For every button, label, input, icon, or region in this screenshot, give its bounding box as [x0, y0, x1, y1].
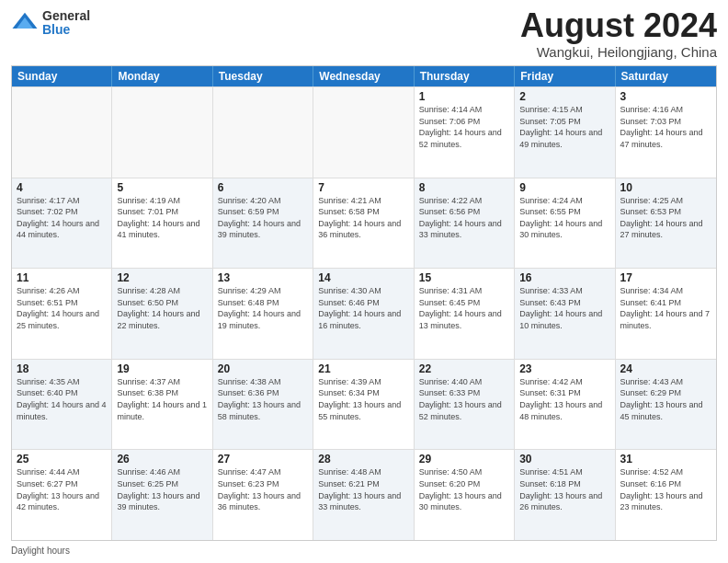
cal-cell-day-11: 11Sunrise: 4:26 AM Sunset: 6:51 PM Dayli…	[12, 269, 112, 359]
daylight-hours-label: Daylight hours	[11, 546, 70, 556]
day-number: 19	[117, 362, 207, 375]
day-info: Sunrise: 4:22 AM Sunset: 6:56 PM Dayligh…	[419, 195, 509, 241]
cal-cell-day-16: 16Sunrise: 4:33 AM Sunset: 6:43 PM Dayli…	[515, 269, 615, 359]
day-number: 5	[117, 181, 207, 194]
page: General Blue August 2024 Wangkui, Heilon…	[0, 0, 728, 563]
day-info: Sunrise: 4:34 AM Sunset: 6:41 PM Dayligh…	[620, 285, 711, 331]
header-wednesday: Wednesday	[313, 66, 414, 86]
cal-cell-day-27: 27Sunrise: 4:47 AM Sunset: 6:23 PM Dayli…	[213, 450, 313, 540]
cal-cell-day-31: 31Sunrise: 4:52 AM Sunset: 6:16 PM Dayli…	[616, 450, 716, 540]
cal-cell-day-19: 19Sunrise: 4:37 AM Sunset: 6:38 PM Dayli…	[112, 360, 212, 450]
day-info: Sunrise: 4:15 AM Sunset: 7:05 PM Dayligh…	[519, 104, 609, 150]
cal-week-3: 11Sunrise: 4:26 AM Sunset: 6:51 PM Dayli…	[12, 268, 716, 359]
cal-week-5: 25Sunrise: 4:44 AM Sunset: 6:27 PM Dayli…	[12, 449, 716, 540]
cal-cell-day-14: 14Sunrise: 4:30 AM Sunset: 6:46 PM Dayli…	[313, 269, 414, 359]
day-info: Sunrise: 4:37 AM Sunset: 6:38 PM Dayligh…	[117, 376, 207, 422]
header-sunday: Sunday	[12, 66, 112, 86]
day-info: Sunrise: 4:17 AM Sunset: 7:02 PM Dayligh…	[17, 195, 107, 241]
logo-general-text: General	[42, 9, 90, 23]
day-number: 1	[419, 90, 509, 103]
day-number: 12	[117, 271, 207, 284]
day-number: 16	[519, 271, 609, 284]
day-number: 7	[318, 181, 408, 194]
day-info: Sunrise: 4:24 AM Sunset: 6:55 PM Dayligh…	[519, 195, 609, 241]
day-info: Sunrise: 4:20 AM Sunset: 6:59 PM Dayligh…	[218, 195, 308, 241]
logo: General Blue	[11, 9, 90, 38]
day-info: Sunrise: 4:43 AM Sunset: 6:29 PM Dayligh…	[620, 376, 711, 422]
logo-icon	[11, 9, 39, 37]
day-info: Sunrise: 4:40 AM Sunset: 6:33 PM Dayligh…	[419, 376, 509, 422]
logo-text: General Blue	[42, 9, 90, 38]
day-number: 31	[620, 453, 711, 465]
cal-cell-day-17: 17Sunrise: 4:34 AM Sunset: 6:41 PM Dayli…	[616, 269, 716, 359]
day-number: 9	[519, 181, 609, 194]
day-number: 20	[218, 362, 308, 375]
day-info: Sunrise: 4:35 AM Sunset: 6:40 PM Dayligh…	[17, 376, 107, 422]
day-info: Sunrise: 4:50 AM Sunset: 6:20 PM Dayligh…	[419, 466, 509, 512]
day-info: Sunrise: 4:42 AM Sunset: 6:31 PM Dayligh…	[519, 376, 609, 422]
cal-cell-empty	[313, 87, 414, 178]
cal-cell-day-12: 12Sunrise: 4:28 AM Sunset: 6:50 PM Dayli…	[112, 269, 212, 359]
day-number: 26	[117, 453, 207, 465]
cal-cell-day-18: 18Sunrise: 4:35 AM Sunset: 6:40 PM Dayli…	[12, 360, 112, 450]
day-number: 10	[620, 181, 711, 194]
day-info: Sunrise: 4:14 AM Sunset: 7:06 PM Dayligh…	[419, 104, 509, 150]
cal-week-1: 1Sunrise: 4:14 AM Sunset: 7:06 PM Daylig…	[12, 86, 716, 178]
cal-cell-day-4: 4Sunrise: 4:17 AM Sunset: 7:02 PM Daylig…	[12, 178, 112, 269]
title-block: August 2024 Wangkui, Heilongjiang, China	[520, 9, 717, 60]
day-number: 2	[519, 90, 609, 103]
cal-cell-empty	[12, 87, 112, 178]
cal-cell-day-25: 25Sunrise: 4:44 AM Sunset: 6:27 PM Dayli…	[12, 450, 112, 540]
day-info: Sunrise: 4:21 AM Sunset: 6:58 PM Dayligh…	[318, 195, 408, 241]
cal-cell-day-23: 23Sunrise: 4:42 AM Sunset: 6:31 PM Dayli…	[515, 360, 615, 450]
day-number: 25	[17, 453, 107, 465]
day-info: Sunrise: 4:26 AM Sunset: 6:51 PM Dayligh…	[17, 285, 107, 331]
day-info: Sunrise: 4:48 AM Sunset: 6:21 PM Dayligh…	[318, 466, 408, 512]
day-number: 24	[620, 362, 711, 375]
cal-cell-day-24: 24Sunrise: 4:43 AM Sunset: 6:29 PM Dayli…	[616, 360, 716, 450]
day-info: Sunrise: 4:38 AM Sunset: 6:36 PM Dayligh…	[218, 376, 308, 422]
cal-cell-day-26: 26Sunrise: 4:46 AM Sunset: 6:25 PM Dayli…	[112, 450, 212, 540]
header-tuesday: Tuesday	[213, 66, 313, 86]
day-number: 22	[419, 362, 509, 375]
header: General Blue August 2024 Wangkui, Heilon…	[11, 9, 717, 60]
header-friday: Friday	[515, 66, 615, 86]
day-number: 18	[17, 362, 107, 375]
calendar: Sunday Monday Tuesday Wednesday Thursday…	[11, 65, 717, 541]
day-number: 29	[419, 453, 509, 465]
day-info: Sunrise: 4:33 AM Sunset: 6:43 PM Dayligh…	[519, 285, 609, 331]
calendar-body: 1Sunrise: 4:14 AM Sunset: 7:06 PM Daylig…	[12, 86, 716, 540]
title-month: August 2024	[520, 9, 717, 42]
day-info: Sunrise: 4:46 AM Sunset: 6:25 PM Dayligh…	[117, 466, 207, 512]
cal-cell-day-8: 8Sunrise: 4:22 AM Sunset: 6:56 PM Daylig…	[415, 178, 515, 269]
day-info: Sunrise: 4:47 AM Sunset: 6:23 PM Dayligh…	[218, 466, 308, 512]
title-location: Wangkui, Heilongjiang, China	[520, 44, 717, 60]
cal-week-4: 18Sunrise: 4:35 AM Sunset: 6:40 PM Dayli…	[12, 359, 716, 450]
day-number: 11	[17, 271, 107, 284]
day-number: 14	[318, 271, 408, 284]
cal-cell-day-28: 28Sunrise: 4:48 AM Sunset: 6:21 PM Dayli…	[313, 450, 414, 540]
day-number: 23	[519, 362, 609, 375]
logo-blue-text: Blue	[42, 23, 90, 37]
day-number: 3	[620, 90, 711, 103]
day-number: 6	[218, 181, 308, 194]
day-info: Sunrise: 4:19 AM Sunset: 7:01 PM Dayligh…	[117, 195, 207, 241]
day-info: Sunrise: 4:25 AM Sunset: 6:53 PM Dayligh…	[620, 195, 711, 241]
day-number: 28	[318, 453, 408, 465]
cal-cell-day-3: 3Sunrise: 4:16 AM Sunset: 7:03 PM Daylig…	[616, 87, 716, 178]
cal-cell-day-30: 30Sunrise: 4:51 AM Sunset: 6:18 PM Dayli…	[515, 450, 615, 540]
cal-cell-day-29: 29Sunrise: 4:50 AM Sunset: 6:20 PM Dayli…	[415, 450, 515, 540]
day-info: Sunrise: 4:31 AM Sunset: 6:45 PM Dayligh…	[419, 285, 509, 331]
day-number: 8	[419, 181, 509, 194]
cal-cell-day-6: 6Sunrise: 4:20 AM Sunset: 6:59 PM Daylig…	[213, 178, 313, 269]
cal-cell-empty	[213, 87, 313, 178]
cal-cell-day-5: 5Sunrise: 4:19 AM Sunset: 7:01 PM Daylig…	[112, 178, 212, 269]
day-number: 15	[419, 271, 509, 284]
footer: Daylight hours	[11, 546, 717, 556]
header-monday: Monday	[112, 66, 212, 86]
cal-week-2: 4Sunrise: 4:17 AM Sunset: 7:02 PM Daylig…	[12, 178, 716, 269]
day-info: Sunrise: 4:51 AM Sunset: 6:18 PM Dayligh…	[519, 466, 609, 512]
cal-cell-day-7: 7Sunrise: 4:21 AM Sunset: 6:58 PM Daylig…	[313, 178, 414, 269]
cal-cell-empty	[112, 87, 212, 178]
cal-cell-day-15: 15Sunrise: 4:31 AM Sunset: 6:45 PM Dayli…	[415, 269, 515, 359]
